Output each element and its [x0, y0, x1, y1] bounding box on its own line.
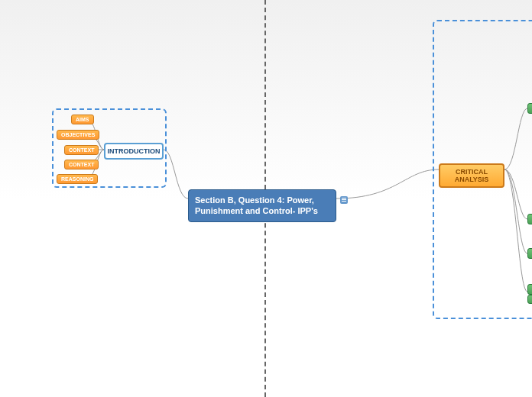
- tag-objectives[interactable]: OBJECTIVES: [57, 130, 99, 140]
- edge-node-4[interactable]: [527, 284, 532, 295]
- tag-context-1-label: CONTEXT: [69, 147, 94, 153]
- tag-objectives-label: OBJECTIVES: [61, 132, 95, 137]
- introduction-node[interactable]: INTRODUCTION: [104, 143, 164, 160]
- central-title: Section B, Question 4: Power, Punishment…: [195, 195, 318, 215]
- tag-context-2[interactable]: CONTEXT: [64, 160, 99, 169]
- note-icon[interactable]: [340, 196, 348, 204]
- edge-node-5[interactable]: [527, 295, 532, 304]
- edge-node-3[interactable]: [527, 248, 532, 259]
- central-node[interactable]: Section B, Question 4: Power, Punishment…: [188, 189, 336, 222]
- critical-analysis-label: CRITICAL ANALYSIS: [455, 168, 489, 183]
- edge-node-1[interactable]: [527, 103, 532, 114]
- tag-reasoning[interactable]: REASONING: [57, 174, 98, 184]
- tag-aims-label: AIMS: [76, 117, 89, 122]
- introduction-label: INTRODUCTION: [108, 147, 161, 155]
- tag-context-1[interactable]: CONTEXT: [64, 145, 99, 155]
- tag-reasoning-label: REASONING: [61, 176, 93, 182]
- edge-node-2[interactable]: [527, 214, 532, 224]
- critical-analysis-node[interactable]: CRITICAL ANALYSIS: [439, 163, 504, 188]
- tag-aims[interactable]: AIMS: [71, 115, 94, 124]
- tag-context-2-label: CONTEXT: [69, 162, 94, 167]
